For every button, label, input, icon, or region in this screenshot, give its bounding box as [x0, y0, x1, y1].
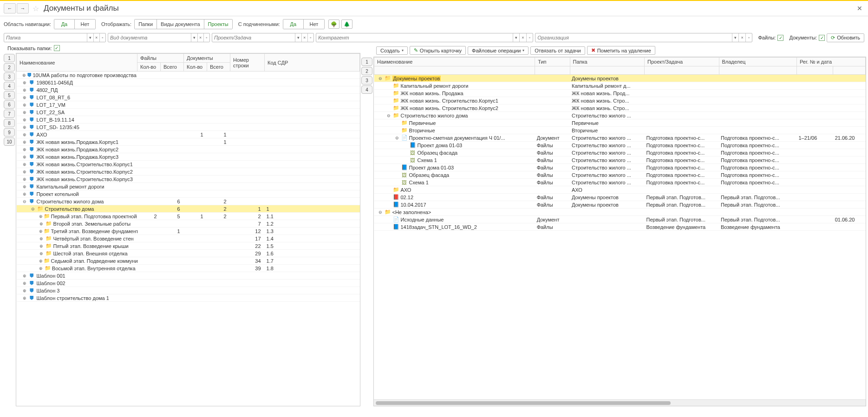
- expand-icon[interactable]: [403, 157, 408, 163]
- expand-icon[interactable]: ⊕: [22, 87, 27, 92]
- table-row[interactable]: ⊖📁Строительство дома6211: [17, 205, 360, 213]
- expand-icon[interactable]: ⊖: [378, 209, 383, 215]
- expand-icon[interactable]: [403, 143, 408, 148]
- col-project[interactable]: Проект/Задача: [645, 58, 719, 66]
- table-row[interactable]: ⊕📁Шестой этап. Внешняя отделка291.6: [17, 250, 360, 257]
- expand-icon[interactable]: ⊕: [22, 288, 27, 293]
- open-icon[interactable]: ▫: [99, 33, 105, 42]
- level-button-3[interactable]: 3: [361, 76, 372, 85]
- open-card-button[interactable]: ✎ Открыть карточку: [410, 46, 466, 55]
- expand-icon[interactable]: [386, 224, 392, 229]
- col-rowno[interactable]: Номер строки: [230, 54, 265, 72]
- doctype-filter[interactable]: ▾ × ▫: [108, 33, 210, 42]
- expand-icon[interactable]: ⊕: [39, 243, 44, 248]
- file-ops-button[interactable]: Файловые операции▾: [468, 46, 529, 55]
- level-button-1[interactable]: 1: [361, 58, 372, 66]
- table-row[interactable]: ⊕⛊LOT_17_VM: [17, 101, 360, 109]
- table-row[interactable]: ⊕📁Первый этап. Подготовка проектной до..…: [17, 213, 360, 220]
- docs-checkbox[interactable]: ✓: [819, 35, 825, 41]
- table-row[interactable]: ⊕⛊10UMA работы по подготовке производств…: [17, 72, 360, 79]
- table-row[interactable]: ⊕⛊LOT_B-19.11.14: [17, 116, 360, 124]
- table-row[interactable]: ⊕📁Седьмой этап. Подведение коммуникаций3…: [17, 257, 360, 265]
- display-projects-button[interactable]: Проекты: [204, 20, 232, 29]
- close-button[interactable]: ✕: [855, 3, 864, 14]
- table-row[interactable]: ⊕⛊ЖК новая жизнь.Продажа.Корпус11: [17, 138, 360, 146]
- counterparty-filter[interactable]: ▾ × ▫: [316, 33, 533, 42]
- open-icon[interactable]: ▫: [745, 33, 752, 42]
- expand-icon[interactable]: ⊕: [39, 221, 44, 226]
- counterparty-filter-input[interactable]: [316, 33, 513, 42]
- expand-icon[interactable]: ⊕: [22, 147, 27, 152]
- table-row[interactable]: ⊕⛊АХО11: [17, 131, 360, 138]
- expand-icon[interactable]: ⊕: [22, 273, 27, 278]
- expand-icon[interactable]: ⊖: [378, 76, 383, 81]
- clear-icon[interactable]: ×: [738, 33, 745, 42]
- col-docs[interactable]: Документы: [184, 54, 230, 63]
- open-icon[interactable]: ▫: [203, 33, 209, 42]
- table-row[interactable]: 🖼Схема 1ФайлыСтроительство жилого ...Под…: [374, 156, 866, 164]
- table-row[interactable]: ⊕⛊Шаблон строительство дома 1: [17, 294, 360, 302]
- table-row[interactable]: ⊕⛊ЖК новая жизнь.Продажа.Корпус2: [17, 146, 360, 153]
- expand-icon[interactable]: ⊕: [22, 124, 27, 130]
- table-row[interactable]: ⊕⛊LOT_SD- 12/35:45: [17, 124, 360, 131]
- level-button-9[interactable]: 9: [4, 128, 15, 137]
- expand-icon[interactable]: [386, 98, 392, 103]
- expand-icon[interactable]: ⊕: [22, 154, 27, 159]
- tree-add-icon-button[interactable]: 🌲: [341, 20, 352, 29]
- table-row[interactable]: ⊕📁Третий этап. Возведение фундамента1121…: [17, 228, 360, 235]
- nav-no-button[interactable]: Нет: [75, 20, 95, 29]
- expand-icon[interactable]: ⊖: [22, 199, 27, 204]
- expand-icon[interactable]: [395, 120, 400, 125]
- expand-icon[interactable]: ⊕: [22, 295, 27, 300]
- table-row[interactable]: ⊕⛊LOT_08_RT_6: [17, 94, 360, 101]
- table-row[interactable]: ⊖⛊Строительство жилого дома62: [17, 198, 360, 205]
- show-folders-checkbox[interactable]: ✓: [54, 45, 60, 51]
- open-icon[interactable]: ▫: [307, 33, 313, 42]
- level-button-4[interactable]: 4: [4, 82, 15, 90]
- table-row[interactable]: ⊕⛊Проект котельной: [17, 190, 360, 198]
- expand-icon[interactable]: ⊖: [31, 206, 36, 211]
- expand-icon[interactable]: [403, 150, 408, 155]
- org-filter-input[interactable]: [535, 33, 732, 42]
- refresh-button[interactable]: ⟳ Обновить: [827, 33, 864, 42]
- col-name[interactable]: Наименование: [17, 54, 137, 72]
- table-row[interactable]: 📘Проект дома 01-03ФайлыСтроительство жил…: [374, 142, 866, 149]
- table-row[interactable]: ⊕⛊ЖК новая жизнь.Строительство.Корпус2: [17, 168, 360, 176]
- dropdown-icon[interactable]: ▾: [191, 33, 197, 42]
- nav-yes-button[interactable]: Да: [54, 20, 75, 29]
- expand-icon[interactable]: ⊕: [39, 266, 44, 271]
- level-button-2[interactable]: 2: [4, 63, 15, 72]
- dropdown-icon[interactable]: ▾: [513, 33, 520, 42]
- table-row[interactable]: ⊖📁Докумены проектовДокумены проектов: [374, 75, 866, 82]
- table-row[interactable]: ⊕⛊Шаблон 3: [17, 287, 360, 294]
- col-folder[interactable]: Папка: [570, 58, 645, 66]
- open-icon[interactable]: ▫: [526, 33, 533, 42]
- table-row[interactable]: 📁ПервичныеПервичные: [374, 119, 866, 127]
- children-no-button[interactable]: Нет: [304, 20, 324, 29]
- expand-icon[interactable]: ⊕: [39, 258, 43, 263]
- expand-icon[interactable]: [395, 180, 400, 185]
- col-name[interactable]: Наименование: [374, 58, 535, 66]
- level-button-3[interactable]: 3: [4, 72, 15, 81]
- expand-icon[interactable]: ⊕: [22, 162, 27, 167]
- expand-icon[interactable]: ⊕: [22, 117, 27, 122]
- expand-icon[interactable]: ⊕: [39, 214, 43, 219]
- clear-icon[interactable]: ×: [301, 33, 307, 42]
- expand-icon[interactable]: ⊕: [22, 191, 27, 196]
- expand-icon[interactable]: ⊕: [22, 280, 27, 286]
- col-sdr[interactable]: Код СДР: [265, 54, 360, 72]
- table-row[interactable]: ⊕⛊Капитальный ремонт дороги: [17, 183, 360, 190]
- table-row[interactable]: 🖼Образец фасадаФайлыСтроительство жилого…: [374, 171, 866, 179]
- doctype-filter-input[interactable]: [108, 33, 191, 42]
- table-row[interactable]: 📘10.04.2017ФайлыДокумены проектовПервый …: [374, 201, 866, 208]
- table-row[interactable]: ⊖📁Строительство жилого домаСтроительство…: [374, 112, 866, 119]
- display-folders-button[interactable]: Папки: [135, 20, 157, 29]
- table-row[interactable]: 📘1418задач_STN_LOT_16_WD_2ФайлыВозведени…: [374, 223, 866, 231]
- level-button-7[interactable]: 7: [4, 110, 15, 118]
- table-row[interactable]: 📕02.12ФайлыДокумены проектовПервый этап.…: [374, 194, 866, 201]
- col-owner[interactable]: Владелец: [719, 58, 796, 66]
- table-row[interactable]: 📁АХОАХО: [374, 186, 866, 194]
- expand-icon[interactable]: ⊕: [22, 80, 27, 85]
- table-row[interactable]: ⊕⛊ЖК новая жизнь.Продажа.Корпус3: [17, 153, 360, 161]
- table-row[interactable]: 📁ВторичныеВторичные: [374, 127, 866, 134]
